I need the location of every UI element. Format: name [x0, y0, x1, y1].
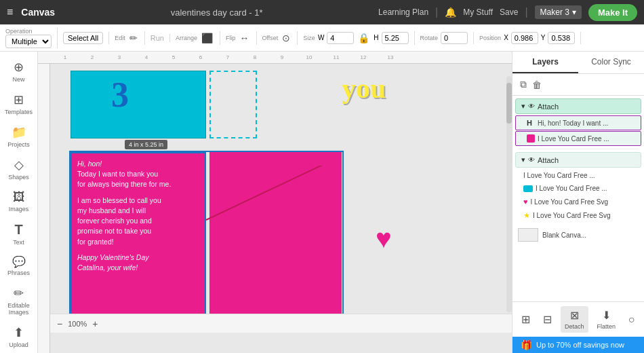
sidebar-new-label: New [12, 76, 24, 83]
blue-rect-outline[interactable] [209, 71, 257, 138]
blank-canvas-label: Blank Canva... [542, 231, 586, 239]
scrollbar-thumb[interactable] [506, 83, 512, 124]
card-line6: my husband and I will [77, 206, 196, 216]
layer-item-1-1[interactable]: H Hi, hon! Today I want ... [515, 115, 641, 130]
panel-action-btn-5[interactable]: ○ [624, 311, 639, 329]
menu-icon[interactable]: ≡ [7, 6, 13, 18]
make-it-button[interactable]: Make It [588, 4, 637, 21]
select-all-button[interactable]: Select All [63, 32, 103, 44]
flatten-icon: ⬇ [602, 309, 611, 322]
canvas-area[interactable]: 1 2 3 4 5 6 7 8 9 10 11 12 13 [38, 52, 512, 353]
sidebar-shapes-label: Shapes [8, 174, 29, 181]
sidebar-upload-label: Upload [9, 341, 28, 348]
layer-group-1-visibility: 👁 [528, 103, 535, 110]
flip-icon[interactable]: ↔ [239, 31, 251, 45]
size-group: Size W 🔒 H [303, 31, 414, 45]
layer-group-2-header[interactable]: ▾ 👁 Attach [515, 152, 641, 168]
zoom-in-button[interactable]: + [92, 318, 98, 329]
layer-item-2-2[interactable]: I Love You Card Free ... [512, 182, 644, 195]
size-label: Size [303, 35, 315, 41]
main-area: ⊕ New ⊞ Templates 📁 Projects ◇ Shapes 🖼 … [0, 52, 644, 353]
lock-icon[interactable]: 🔒 [357, 31, 371, 45]
panel-action-btn-1[interactable]: ⊞ [517, 310, 534, 329]
bottom-bar: − 100% + [50, 314, 512, 333]
sidebar-item-upload[interactable]: ⬆ Upload [0, 321, 37, 352]
offset-icon[interactable]: ⊙ [281, 31, 291, 45]
text-icon: T [14, 222, 22, 238]
topbar: ≡ Canvas valentines day card - 1* Learni… [0, 0, 644, 24]
sidebar-item-images[interactable]: 🖼 Images [0, 186, 37, 217]
panel-bottom: ⊞ ⊟ ⊠ Detach ⬇ Flatten ○ [512, 301, 644, 337]
sidebar-text-label: Text [13, 239, 24, 246]
layers-content: ▾ 👁 Attach H Hi, hon! Today I want ... I… [512, 96, 644, 301]
panel-copy-icon[interactable]: ⧉ [518, 77, 529, 92]
sidebar-images-label: Images [9, 206, 29, 212]
editable-images-icon: ✏ [14, 286, 24, 301]
sidebar-item-phrases[interactable]: 💬 Phrases [0, 251, 37, 280]
zoom-level: 100% [68, 320, 87, 328]
x-input[interactable] [511, 32, 538, 44]
x-label: X [504, 34, 508, 41]
run-label: Run [150, 34, 164, 42]
h-label: H [374, 34, 378, 41]
card-line12: Catalina, your wife! [77, 263, 196, 273]
arrange-label: Arrange [176, 35, 197, 41]
learning-plan-link[interactable]: Learning Plan [378, 7, 428, 17]
panel-action-btn-2[interactable]: ⊟ [539, 310, 556, 329]
layer-item-1-1-icon: H [527, 119, 535, 127]
panel-action-icon-2: ⊟ [543, 313, 552, 326]
layer-item-2-4[interactable]: ★ I Love You Card Free Svg [512, 208, 644, 223]
panel-delete-icon[interactable]: 🗑 [530, 77, 544, 92]
layer-group-1: ▾ 👁 Attach H Hi, hon! Today I want ... I… [512, 98, 644, 146]
canvas-content[interactable]: 3 you 4 in x 5.25 in Hi, hon! Today I wa… [50, 64, 512, 333]
edit-icon[interactable]: ✏ [128, 31, 139, 45]
yellow-you-text: you [342, 72, 470, 123]
arrange-icon[interactable]: ⬛ [200, 31, 214, 45]
operation-select[interactable]: Multiple [5, 35, 52, 48]
layer-item-2-3[interactable]: ♥ I Love You Card Free Svg [512, 195, 644, 208]
sidebar-item-new[interactable]: ⊕ New [0, 56, 37, 87]
flatten-button[interactable]: ⬇ Flatten [592, 306, 620, 333]
sidebar-item-templates[interactable]: ⊞ Templates [0, 88, 37, 119]
layer-group-1-header[interactable]: ▾ 👁 Attach [515, 98, 641, 114]
width-input[interactable] [327, 32, 354, 44]
layer-item-1-2[interactable]: I Love You Card Free ... [515, 131, 641, 146]
tab-layers[interactable]: Layers [512, 52, 578, 73]
pink-card-right[interactable] [209, 152, 342, 315]
y-input[interactable] [548, 32, 575, 44]
sidebar-item-editable-images[interactable]: ✏ Editable Images [0, 282, 37, 320]
y-label: Y [541, 34, 546, 41]
heart-element[interactable]: ♥ [376, 223, 392, 254]
card-line8: promise not to take you [77, 226, 196, 236]
notifications-icon[interactable]: 🔔 [445, 7, 456, 18]
phrases-icon: 💬 [12, 255, 26, 268]
save-link[interactable]: Save [500, 7, 518, 17]
operation-label: Operation [5, 28, 33, 35]
card-line5: I am so blessed to call you [77, 196, 196, 206]
zoom-out-button[interactable]: − [57, 318, 62, 329]
layer-item-2-1[interactable]: I Love You Card Free ... [512, 169, 644, 182]
promo-text: Up to 70% off savings now [536, 341, 624, 349]
maker-selector[interactable]: Maker 3 ▾ [535, 5, 582, 19]
sidebar-item-shapes[interactable]: ◇ Shapes [0, 153, 37, 185]
detach-button[interactable]: ⊠ Detach [561, 306, 588, 333]
tab-color-sync[interactable]: Color Sync [578, 52, 644, 73]
app-title: Canvas [21, 7, 55, 18]
dimension-label: 4 in x 5.25 in [125, 140, 167, 149]
layer-group-1-chevron: ▾ [521, 102, 525, 111]
my-stuff-link[interactable]: My Stuff [463, 7, 493, 17]
layer-group-1-label: Attach [538, 103, 559, 111]
maker-label: Maker 3 [540, 7, 569, 17]
sidebar-item-text[interactable]: T Text [0, 218, 37, 250]
vertical-scrollbar[interactable] [506, 76, 512, 312]
promo-bar[interactable]: 🎁 Up to 70% off savings now [512, 337, 644, 353]
sidebar-item-projects[interactable]: 📁 Projects [0, 121, 37, 152]
rotate-input[interactable] [441, 32, 468, 44]
images-icon: 🖼 [13, 190, 25, 204]
doc-title: valentines day card - 1* [63, 7, 370, 18]
projects-icon: 📁 [12, 125, 26, 140]
card-line3: for always being there for me. [77, 179, 196, 189]
height-input[interactable] [382, 32, 409, 44]
layer-item-2-2-text: I Love You Card Free ... [536, 185, 607, 192]
maker-arrow-icon: ▾ [572, 7, 576, 17]
